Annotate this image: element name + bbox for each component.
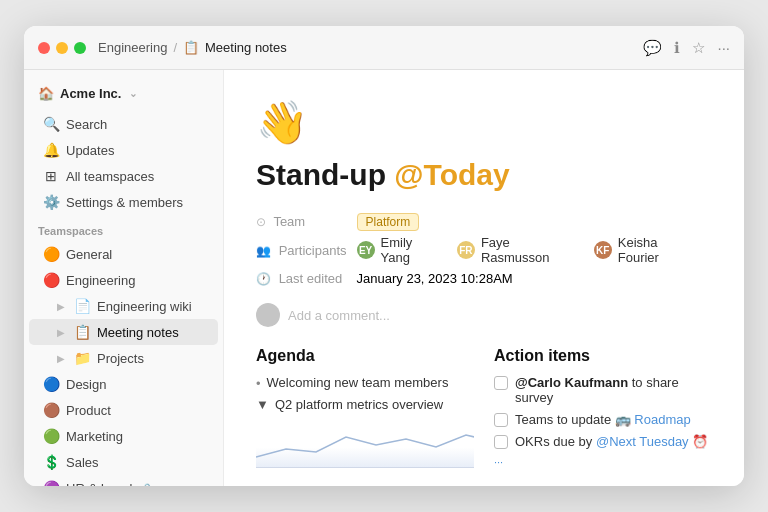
action-item-3: OKRs due by @Next Tuesday <box>494 434 712 449</box>
bullet-icon: • <box>256 376 261 391</box>
general-icon: 🟠 <box>43 246 59 262</box>
action-items-section: Action items @Carlo Kaufmann to share su… <box>494 347 712 468</box>
more-icon[interactable]: ··· <box>717 39 730 56</box>
checkbox-2[interactable] <box>494 413 508 427</box>
sidebar-label-meeting-notes: Meeting notes <box>97 325 179 340</box>
titlebar-actions: 💬 ℹ ☆ ··· <box>643 39 730 57</box>
main-layout: 🏠 Acme Inc. ⌄ 🔍 Search 🔔 Updates ⊞ All t… <box>24 70 744 486</box>
minimize-button[interactable] <box>56 42 68 54</box>
page-content: 👋 Stand-up @Today ⊙ Team Platform 👥 <box>224 70 744 486</box>
teamspaces-icon: ⊞ <box>43 168 59 184</box>
page-emoji: 👋 <box>256 98 712 147</box>
sidebar-item-sales[interactable]: 💲 Sales <box>29 449 218 475</box>
team-tag[interactable]: Platform <box>357 213 420 231</box>
teamspaces-section-label: Teamspaces <box>24 215 223 241</box>
list-item: • Welcoming new team members <box>256 375 474 391</box>
close-button[interactable] <box>38 42 50 54</box>
star-icon[interactable]: ☆ <box>692 39 705 57</box>
last-edited-value: January 23, 2023 10:28AM <box>357 268 712 289</box>
triangle-icon: ▼ <box>256 397 269 412</box>
breadcrumb-current-page: Meeting notes <box>205 40 287 55</box>
sidebar-label-product: Product <box>66 403 111 418</box>
product-icon: 🟤 <box>43 402 59 418</box>
page-title: Stand-up @Today <box>256 157 712 193</box>
projects-icon: 📁 <box>74 350 90 366</box>
titlebar: Engineering / 📋 Meeting notes 💬 ℹ ☆ ··· <box>24 26 744 70</box>
sidebar-item-engineering-wiki[interactable]: ▶ 📄 Engineering wiki <box>29 293 218 319</box>
participant-keisha: Keisha Fourier <box>618 235 702 265</box>
sidebar-item-meeting-notes[interactable]: ▶ 📋 Meeting notes <box>29 319 218 345</box>
comment-placeholder[interactable]: Add a comment... <box>288 308 390 323</box>
info-icon[interactable]: ℹ <box>674 39 680 57</box>
sidebar-label-settings: Settings & members <box>66 195 183 210</box>
action-items-title: Action items <box>494 347 712 365</box>
sidebar-item-hr-legal[interactable]: 🟣 HR & Legal 🔒 <box>29 475 218 486</box>
checkbox-3[interactable] <box>494 435 508 449</box>
sales-icon: 💲 <box>43 454 59 470</box>
sidebar-label-hr: HR & Legal <box>66 481 132 487</box>
sidebar-label-sales: Sales <box>66 455 99 470</box>
design-icon: 🔵 <box>43 376 59 392</box>
agenda-title: Agenda <box>256 347 474 365</box>
workspace-name: Acme Inc. <box>60 86 121 101</box>
sidebar-item-search[interactable]: 🔍 Search <box>29 111 218 137</box>
team-icon: ⊙ <box>256 215 266 229</box>
fullscreen-button[interactable] <box>74 42 86 54</box>
avatar-emily: EY <box>357 241 375 259</box>
sidebar-item-product[interactable]: 🟤 Product <box>29 397 218 423</box>
agenda-item-1: Welcoming new team members <box>267 375 449 390</box>
team-label: ⊙ Team <box>256 211 357 232</box>
next-tuesday-link[interactable]: @Next Tuesday <box>596 434 708 449</box>
action-text-1: @Carlo Kaufmann to share survey <box>515 375 712 405</box>
action-text-3: OKRs due by @Next Tuesday <box>515 434 708 449</box>
sidebar-label-all-teamspaces: All teamspaces <box>66 169 154 184</box>
checkbox-1[interactable] <box>494 376 508 390</box>
sidebar-item-general[interactable]: 🟠 General <box>29 241 218 267</box>
sidebar-label-engineering: Engineering <box>66 273 135 288</box>
meta-table: ⊙ Team Platform 👥 Participants EY <box>256 211 712 289</box>
roadmap-link[interactable]: Roadmap <box>615 412 691 427</box>
updates-icon: 🔔 <box>43 142 59 158</box>
sidebar-label-design: Design <box>66 377 106 392</box>
agenda-section: Agenda • Welcoming new team members ▼ Q2… <box>256 347 474 468</box>
team-value-cell: Platform <box>357 211 712 232</box>
avatar-faye: FR <box>457 241 475 259</box>
comment-icon[interactable]: 💬 <box>643 39 662 57</box>
sidebar-item-settings[interactable]: ⚙️ Settings & members <box>29 189 218 215</box>
sidebar-item-projects[interactable]: ▶ 📁 Projects <box>29 345 218 371</box>
breadcrumb-engineering[interactable]: Engineering <box>98 40 167 55</box>
sidebar-label-projects: Projects <box>97 351 144 366</box>
sidebar-item-marketing[interactable]: 🟢 Marketing <box>29 423 218 449</box>
agenda-item-2: Q2 platform metrics overview <box>275 397 443 412</box>
chart-area <box>256 418 474 468</box>
sidebar-label-marketing: Marketing <box>66 429 123 444</box>
title-highlight: @Today <box>394 158 509 191</box>
sidebar-item-engineering[interactable]: 🔴 Engineering <box>29 267 218 293</box>
chevron-icon: ▶ <box>57 327 65 338</box>
comment-avatar <box>256 303 280 327</box>
chevron-icon: ▶ <box>57 301 65 312</box>
avatar-keisha: KF <box>594 241 612 259</box>
action-person-1: @Carlo Kaufmann <box>515 375 628 390</box>
comment-bar[interactable]: Add a comment... <box>256 303 712 327</box>
action-text-2: Teams to update Roadmap <box>515 412 691 427</box>
app-window: Engineering / 📋 Meeting notes 💬 ℹ ☆ ··· … <box>24 26 744 486</box>
meeting-notes-icon: 📋 <box>74 324 90 340</box>
hr-icon: 🟣 <box>43 480 59 486</box>
sidebar-item-updates[interactable]: 🔔 Updates <box>29 137 218 163</box>
breadcrumb: Engineering / 📋 Meeting notes <box>98 40 631 55</box>
two-column-section: Agenda • Welcoming new team members ▼ Q2… <box>256 347 712 468</box>
list-item: ▼ Q2 platform metrics overview <box>256 397 474 412</box>
sidebar-label-search: Search <box>66 117 107 132</box>
sidebar-item-all-teamspaces[interactable]: ⊞ All teamspaces <box>29 163 218 189</box>
participants-label: 👥 Participants <box>256 232 357 268</box>
workspace-caret: ⌄ <box>129 88 137 99</box>
workspace-button[interactable]: 🏠 Acme Inc. ⌄ <box>24 82 223 111</box>
sidebar-label-general: General <box>66 247 112 262</box>
sidebar-item-design[interactable]: 🔵 Design <box>29 371 218 397</box>
lock-icon: 🔒 <box>141 483 153 487</box>
participant-emily: Emily Yang <box>381 235 445 265</box>
action-item-2: Teams to update Roadmap <box>494 412 712 427</box>
more-items[interactable]: ··· <box>494 456 712 468</box>
title-plain: Stand-up <box>256 158 394 191</box>
